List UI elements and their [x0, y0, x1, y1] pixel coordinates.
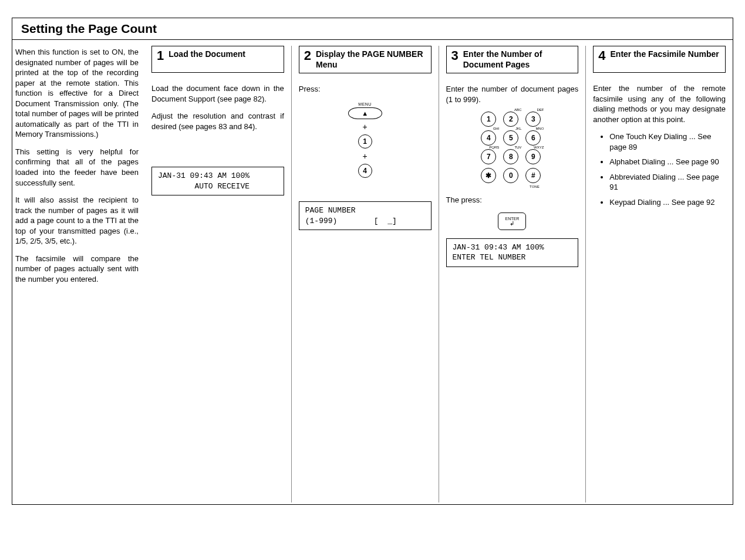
keypad-key: 2ABC — [503, 112, 518, 127]
menu-button: MENU ▲ — [348, 102, 382, 119]
enter-arrow-icon: ↲ — [510, 221, 514, 226]
page-frame: Setting the Page Count When this functio… — [12, 18, 733, 505]
step-text: Press: — [299, 84, 432, 95]
keypad-key: 9WXYZ — [525, 149, 541, 164]
step-text: Adjust the resolution and contrast if de… — [151, 111, 284, 131]
lcd-display: JAN-31 09:43 AM 100% AUTO RECEIVE — [151, 167, 284, 195]
step-text: Enter the number of document pages (1 to… — [446, 84, 579, 104]
step-title: Load the Document — [168, 49, 245, 60]
intro-paragraph: When this function is set to ON, the des… — [15, 47, 139, 140]
step-text: Enter the number of the remote facsimile… — [593, 83, 726, 124]
step-body: Press: MENU ▲ + 1 + 4 PAGE NUMBER (1-999… — [299, 73, 432, 230]
step-2: 2 Display the PAGE NUMBER Menu Press: ME… — [291, 46, 439, 502]
step-body: Load the document face down in the Docum… — [151, 73, 284, 195]
keypad-key: 7PQRS — [481, 149, 496, 164]
keypad-key-4: 4 — [358, 164, 372, 178]
plus-icon: + — [363, 123, 368, 131]
intro-paragraph: This setting is very helpful for confirm… — [15, 147, 139, 188]
step-body: Enter the number of document pages (1 to… — [446, 73, 579, 267]
keypad-key: 4GHI — [481, 130, 496, 146]
step-number: 2 — [304, 49, 311, 62]
step-number: 3 — [451, 49, 459, 62]
keypad-key: # — [525, 168, 541, 183]
lcd-display: JAN-31 09:43 AM 100% ENTER TEL NUMBER — [446, 238, 579, 267]
keypad-key: 1 — [481, 112, 496, 127]
step-header: 1 Load the Document — [151, 46, 284, 73]
step-text: Load the document face down in the Docum… — [151, 83, 284, 104]
step-header: 2 Display the PAGE NUMBER Menu — [299, 46, 432, 73]
section-title-bar: Setting the Page Count — [12, 18, 733, 40]
list-item: Abbreviated Dialing ... See page 91 — [609, 172, 726, 193]
keypad-grid: 1 2ABC 3DEF 4GHI 5JKL 6MNO 7PQRS 8TUV 9W… — [446, 112, 579, 189]
step-header: 4 Enter the Facsimile Number — [593, 46, 726, 73]
plus-icon: + — [363, 152, 368, 160]
keypad-key-1: 1 — [358, 134, 372, 149]
keypad-key: 5JKL — [503, 130, 518, 146]
step-body: Enter the number of the remote facsimile… — [593, 73, 726, 212]
keypad-key: 0 — [503, 168, 518, 183]
list-item: One Touch Key Dialing ... See page 89 — [609, 131, 726, 152]
step-number: 1 — [157, 49, 164, 62]
intro-paragraph: It will also assist the recipient to tra… — [15, 195, 139, 247]
steps-row: 1 Load the Document Load the document fa… — [144, 40, 733, 502]
step-title: Enter the Number of Document Pages — [463, 49, 574, 70]
keypad-key: 6MNO — [525, 130, 541, 146]
lcd-display: PAGE NUMBER (1-999) [ _] — [299, 201, 432, 230]
list-item: Alphabet Dialing ... See page 90 — [609, 157, 726, 167]
tone-label: TONE — [525, 184, 543, 189]
menu-label: MENU — [348, 102, 382, 107]
menu-up-icon: ▲ — [348, 107, 382, 119]
key-sequence: MENU ▲ + 1 + 4 — [299, 102, 432, 178]
keypad-key: 3DEF — [525, 112, 541, 127]
step-title: Enter the Facsimile Number — [611, 49, 719, 60]
intro-column: When this function is set to ON, the des… — [12, 40, 144, 502]
intro-paragraph: The facsimile will compare the number of… — [15, 254, 139, 285]
step-title: Display the PAGE NUMBER Menu — [316, 49, 426, 70]
step-3: 3 Enter the Number of Document Pages Ent… — [439, 46, 586, 502]
step-4: 4 Enter the Facsimile Number Enter the n… — [585, 46, 733, 502]
main-content: When this function is set to ON, the des… — [12, 40, 733, 502]
dialing-list: One Touch Key Dialing ... See page 89 Al… — [593, 131, 726, 207]
enter-button: ENTER ↲ — [498, 212, 526, 230]
section-title: Setting the Page Count — [21, 22, 157, 35]
step-text: The press: — [446, 195, 579, 205]
keypad-key: ✱ — [481, 168, 496, 183]
list-item: Keypad Dialing ... See page 92 — [609, 197, 726, 208]
keypad-key: 8TUV — [503, 149, 518, 164]
step-1: 1 Load the Document Load the document fa… — [144, 46, 291, 502]
step-number: 4 — [598, 49, 605, 62]
step-header: 3 Enter the Number of Document Pages — [446, 46, 579, 73]
